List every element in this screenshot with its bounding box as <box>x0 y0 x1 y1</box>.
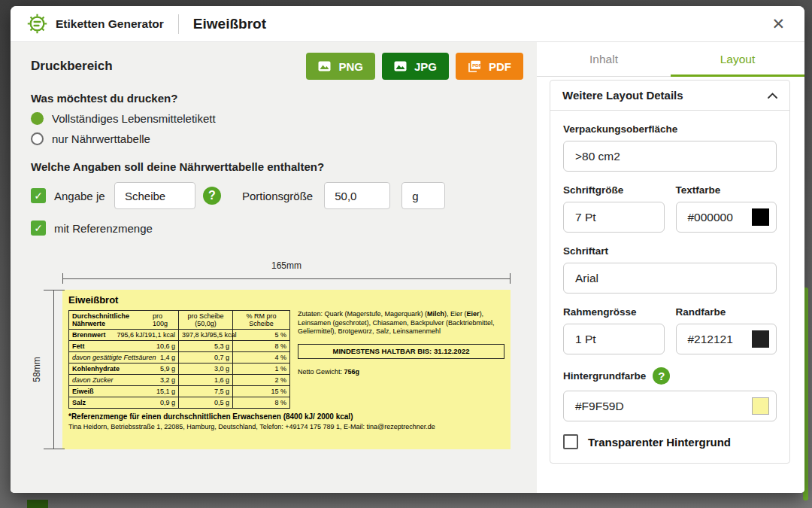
food-label: Eiweißbrot Durchschnittliche Nährwertepr… <box>62 290 511 449</box>
screen: Etiketten Generator Eiweißbrot ✕ Druckbe… <box>0 0 812 508</box>
table-row: Eiweiß15,1 g 7,5 g15 % <box>69 386 290 397</box>
net-weight: Netto Gewicht: 756g <box>298 368 504 377</box>
document-title: Eiweißbrot <box>193 16 266 32</box>
pdf-export-button[interactable]: PDF PDF <box>456 53 523 80</box>
etiketten-generator-modal: Etiketten Generator Eiweißbrot ✕ Druckbe… <box>11 6 804 493</box>
close-icon[interactable]: ✕ <box>768 13 788 35</box>
angabe-je-checkbox[interactable]: ✓ <box>31 188 46 203</box>
radio-label: nur Nährwerttabelle <box>52 132 150 145</box>
hintergrundfarbe-swatch[interactable] <box>752 397 769 415</box>
app-title: Etiketten Generator <box>56 17 164 31</box>
table-row: Brennwert795,6 kJ/191,1 kcal 397,8 kJ/95… <box>69 330 290 341</box>
table-row: Fett10,6 g 5,3 g8 % <box>69 341 290 352</box>
portion-size-input[interactable] <box>324 182 390 209</box>
schriftgroesse-label: Schriftgröße <box>563 184 665 196</box>
settings-tabs: Inhalt Layout <box>537 42 804 77</box>
transparent-label: Transparenter Hintergrund <box>588 436 731 449</box>
layout-details-header[interactable]: Weitere Layout Details <box>550 81 789 111</box>
table-row: davon gesättigte Fettsäuren1,4 g 0,7 g4 … <box>69 352 290 364</box>
producer-address: Tina Heidorn, Betriebsstraße 1, 22085, H… <box>68 423 504 430</box>
background-button-sliver <box>27 500 48 508</box>
transparent-checkbox[interactable] <box>563 434 578 449</box>
schriftart-input[interactable]: Arial <box>563 263 777 294</box>
question-table-fields: Welche Angaben soll deine Nährwerttabell… <box>31 160 537 173</box>
schriftart-label: Schriftart <box>563 245 777 257</box>
angabe-je-label: Angabe je <box>54 190 114 202</box>
table-row: Kohlenhydrate5,9 g 3,0 g1 % <box>69 364 290 375</box>
app-logo-icon <box>27 14 47 34</box>
question-print-type: Was möchtest du drucken? <box>31 92 537 105</box>
width-dimension-line <box>62 273 511 284</box>
radio-label: Vollständiges Lebensmitteletikett <box>52 112 216 125</box>
export-button-group: PNG JPG PDF PDF <box>306 53 523 80</box>
table-row: davon Zucker3,2 g 1,6 g2 % <box>69 375 290 386</box>
jpg-export-button[interactable]: JPG <box>382 53 449 80</box>
textfarbe-input[interactable]: #000000 <box>676 202 777 233</box>
verpackung-input[interactable]: >80 cm2 <box>563 141 777 172</box>
height-dimension-line <box>53 290 54 449</box>
verpackung-label: Verpackungsoberfläche <box>563 123 777 135</box>
page-title: Druckbereich <box>31 59 113 74</box>
settings-pane: Inhalt Layout Weitere Layout Details Ver… <box>537 42 804 493</box>
png-export-button[interactable]: PNG <box>306 53 375 80</box>
radio-row-full-label: Vollständiges Lebensmitteletikett <box>31 112 537 125</box>
randfarbe-input[interactable]: #212121 <box>676 324 777 354</box>
tab-inhalt[interactable]: Inhalt <box>537 42 671 76</box>
help-icon[interactable]: ? <box>203 187 221 205</box>
height-dimension: 58mm <box>31 290 62 449</box>
print-area-pane: Druckbereich PNG JPG PDF PDF <box>11 42 537 493</box>
help-icon[interactable]: ? <box>653 367 670 385</box>
table-header-row: Durchschnittliche Nährwertepro 100g pro … <box>69 311 290 330</box>
transparent-row: Transparenter Hintergrund <box>563 434 777 449</box>
modal-header: Etiketten Generator Eiweißbrot ✕ <box>11 6 804 42</box>
image-icon <box>394 61 407 71</box>
header-divider <box>178 14 179 34</box>
serving-row: ✓ Angabe je ? Portionsgröße <box>31 182 537 209</box>
height-dimension-label: 58mm <box>32 357 42 382</box>
referenzmenge-label: mit Referenzmenge <box>54 222 153 235</box>
hintergrundfarbe-input[interactable]: #F9F59D <box>563 391 777 421</box>
textfarbe-label: Textfarbe <box>676 184 777 196</box>
reference-footnote: *Referenzmenge für einen durchschnittlic… <box>68 412 504 421</box>
nutrition-table: Durchschnittliche Nährwertepro 100g pro … <box>68 310 290 409</box>
portion-size-label: Portionsgröße <box>242 190 313 202</box>
width-dimension: 165mm <box>62 260 511 284</box>
svg-text:PDF: PDF <box>472 62 481 68</box>
rahmengroesse-label: Rahmengrösse <box>563 306 665 318</box>
radio-full-label[interactable] <box>31 112 44 125</box>
serving-name-input[interactable] <box>114 182 195 209</box>
randfarbe-label: Randfarbe <box>676 306 777 318</box>
tab-layout[interactable]: Layout <box>671 42 804 76</box>
portion-unit-input[interactable] <box>401 182 445 209</box>
radio-row-table-only: nur Nährwerttabelle <box>31 132 537 145</box>
schriftgroesse-input[interactable]: 7 Pt <box>563 202 665 233</box>
hintergrundfarbe-label: Hintergrundfarbe ? <box>563 367 777 385</box>
width-dimension-label: 165mm <box>62 260 511 271</box>
radio-table-only[interactable] <box>31 132 44 145</box>
rahmengroesse-input[interactable]: 1 Pt <box>563 324 665 354</box>
textfarbe-swatch[interactable] <box>752 208 769 226</box>
table-row: Salz0,9 g 0,5 g8 % <box>69 397 290 409</box>
layout-settings-scroll: Weitere Layout Details Verpackungsoberfl… <box>537 77 804 493</box>
pdf-file-icon: PDF <box>468 60 481 72</box>
ingredients-text: Zutaten: Quark (Magerstufe, Magerquark) … <box>298 310 504 336</box>
image-icon <box>318 61 331 71</box>
label-preview: 165mm 58mm Eiweißbrot <box>31 260 537 449</box>
layout-details-box: Weitere Layout Details Verpackungsoberfl… <box>550 80 790 464</box>
food-label-title: Eiweißbrot <box>68 294 504 306</box>
randfarbe-swatch[interactable] <box>752 330 769 348</box>
reference-row: ✓ mit Referenzmenge <box>31 221 537 236</box>
referenzmenge-checkbox[interactable]: ✓ <box>31 221 46 236</box>
best-before-box: MINDESTENS HALTBAR BIS: 31.12.2022 <box>298 344 504 359</box>
chevron-up-icon <box>768 93 777 99</box>
